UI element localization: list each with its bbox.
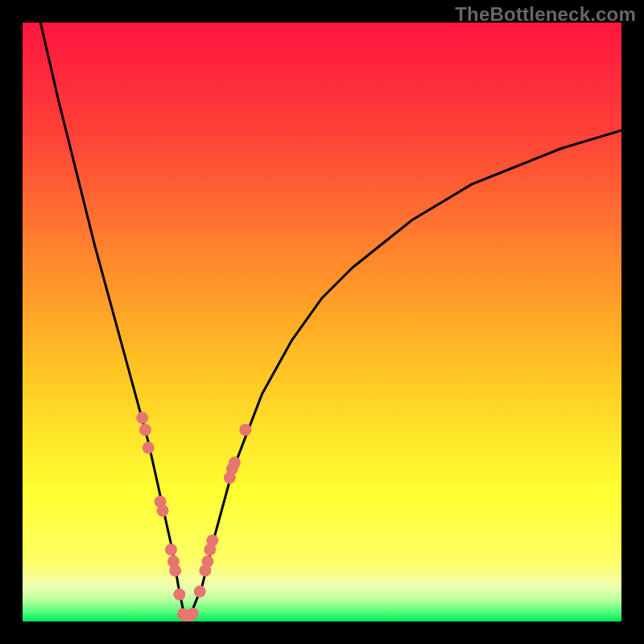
marker-dot — [206, 535, 218, 547]
marker-dot — [169, 564, 181, 576]
marker-dot — [187, 608, 199, 620]
marker-dot — [165, 543, 177, 555]
marker-dot — [173, 588, 185, 601]
plot-area — [23, 23, 621, 621]
chart-svg — [23, 23, 621, 621]
marker-dot — [142, 442, 155, 454]
outer-frame: TheBottleneck.com — [0, 0, 644, 644]
marker-dot — [201, 555, 213, 568]
watermark-text: TheBottleneck.com — [455, 3, 636, 26]
marker-dot — [139, 423, 151, 436]
marker-dot — [194, 585, 206, 597]
gradient-background — [23, 23, 621, 621]
marker-dot — [239, 423, 251, 436]
marker-dot — [157, 505, 169, 517]
marker-dot — [136, 412, 148, 424]
marker-dot — [229, 456, 241, 469]
